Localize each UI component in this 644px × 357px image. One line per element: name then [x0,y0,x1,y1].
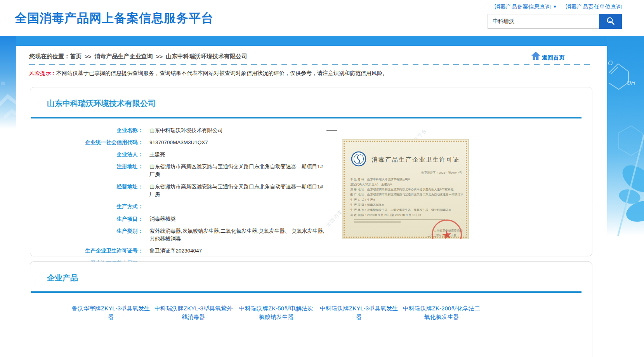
seal-star-icon: ★ [441,227,453,239]
svg-text:OH: OH [627,79,635,86]
certificate-line: 注 册 地 址：山东省潍坊高新区玉清东街以北中心次干道以西高新大厦902室科苑 [350,187,463,192]
field-row: 生产项目： 消毒器械类 [30,213,592,225]
products-card-title: 企业产品 [47,273,592,283]
field-row: 企业法人： 王建亮 [30,149,592,161]
dashed-divider [29,64,594,65]
banner-left-decoration [0,36,16,129]
field-label: 生产项目： [30,215,143,223]
product-link[interactable]: 中科瑞沃牌ZK-200型化学法二氧化氯发生器 [402,304,481,321]
certificate-line: 有 效 期 限：2023 年 9 月 20 日至 2027 年 9 月 19 日… [350,212,463,218]
banner-right-strip: O OH [607,36,644,236]
field-value: 紫外线消毒器,次氯酸钠发生器,二氧化氯发生器,臭氧发生器、 臭氧水发生器,其他器… [149,227,327,243]
nav-responsible-unit-query-label: 消毒产品责任单位查询 [566,3,622,10]
field-label: 注册地址： [30,163,143,179]
certificate-body: 消毒产品生产企业卫生许可证 鲁卫消证字（2023）第04047号 单 位 名 称… [342,139,469,239]
certificate-line: 生 产 地 址：山东省潍坊市高新区潍安路与宝通街交叉路口东北角自动变速器一期项目… [350,192,463,197]
search-bar [488,14,622,29]
certificate-line: 生 产 类 别：次氯酸钠发生器、二氧化氯发生器、臭氧发生器、紫外线消毒器※ [350,207,463,212]
certificate-top-dash [326,130,337,131]
top-nav: 消毒产品备案信息查询 ▼ 消毒产品责任单位查询 [482,3,622,10]
certificate-emblem-icon [351,151,366,168]
top-header: 全国消毒产品网上备案信息服务平台 消毒产品备案信息查询 ▼ 消毒产品责任单位查询 [0,0,644,36]
company-card-divider [31,117,582,118]
nav-record-info-query-label: 消毒产品备案信息查询 [495,3,551,10]
nav-responsible-unit-query[interactable]: 消毒产品责任单位查询 [566,3,622,10]
product-link[interactable]: 中科瑞沃牌ZKYL-3型臭氧紫外线消毒器 [154,304,233,321]
field-label: 生产类别： [30,227,143,243]
back-home-label: 返回首页 [542,54,564,61]
field-row: 生产方式： [30,201,592,213]
company-card: 山东中科瑞沃环境技术有限公司 企业名称： 山东中科瑞沃环境技术有限公司 企业统一… [30,87,592,256]
certificate-line: 生 产 项 目：消毒器械类※ [350,202,463,207]
field-label: 企业法人： [30,151,143,158]
certificate-red-seal: ★ [432,219,462,239]
field-value: 山东中科瑞沃环境技术有限公司 [149,127,223,134]
certificate-title: 消毒产品生产企业卫生许可证 [371,156,460,164]
field-label: 生产企业卫生许可证号： [30,247,143,255]
product-link[interactable]: 中科瑞沃牌ZK-50型电解法次氯酸钠发生器 [236,304,316,321]
product-link[interactable]: 鲁沃华宇牌ZKYL-3型臭氧发生器 [71,304,151,321]
certificate-lines: 单 位 名 称：山东中科瑞沃环境技术有限公司※ 法定代表人(或负责人)：王建亮※… [350,177,463,218]
breadcrumb-category-link[interactable]: 消毒产品生产企业查询 [95,53,153,60]
risk-warning: 风险提示：本网站仅基于已掌握的信息提供查询服务，查询结果不代表本网站对被查询对象… [29,70,594,77]
field-value: 山东省潍坊市高新区潍安路与宝通街交叉路口东北角自动变速器一期项目1#厂房 [149,183,327,199]
breadcrumb-separator: >> [156,53,163,60]
certificate-fine-print [354,221,401,223]
field-value: 91370700MA3M3U1QX7 [149,139,208,146]
field-value: 王建亮 [149,151,165,158]
certificate-header: 消毒产品生产企业卫生许可证 [351,151,462,168]
field-row: 企业统一社会信用代码： 91370700MA3M3U1QX7 [30,136,592,148]
products-card: 企业产品 鲁沃华宇牌ZKYL-3型臭氧发生器 中科瑞沃牌ZKYL-3型臭氧紫外线… [30,261,592,357]
home-icon [531,51,541,61]
content-panel: 您现在的位置： 首页 >> 消毒产品生产企业查询 >> 山东中科瑞沃环境技术有限… [16,46,607,357]
search-input[interactable] [488,14,599,29]
field-row: 生产企业卫生许可证号： 鲁卫消证字202304047 [30,245,592,257]
field-row: 经营地址： 山东省潍坊市高新区潍安路与宝通街交叉路口东北角自动变速器一期项目1#… [30,181,592,201]
certificate-line: 单 位 名 称：山东中科瑞沃环境技术有限公司※ [350,177,463,182]
svg-text:O: O [608,60,613,66]
product-link[interactable]: 中科瑞沃牌ZKYL-3型臭氧发生器 [319,304,399,321]
molecule-flower-decoration: O OH [607,36,644,236]
field-label: 经营地址： [30,183,143,199]
breadcrumb-prefix: 您现在的位置： [29,53,70,60]
chevron-down-icon: ▼ [553,5,557,9]
field-label: 企业名称： [30,127,143,134]
certificate-number: 鲁卫消证字（2023）第04047号 [342,171,462,175]
breadcrumb: 您现在的位置： 首页 >> 消毒产品生产企业查询 >> 山东中科瑞沃环境技术有限… [16,46,607,60]
company-card-title: 山东中科瑞沃环境技术有限公司 [47,98,592,109]
search-icon [606,16,615,27]
breadcrumb-home-link[interactable]: 首页 [70,53,82,60]
field-row: 生产类别： 紫外线消毒器,次氯酸钠发生器,二氧化氯发生器,臭氧发生器、 臭氧水发… [30,225,592,245]
search-button[interactable] [599,14,622,29]
risk-warning-label: 风险提示： [29,70,56,76]
field-value: 消毒器械类 [149,215,176,223]
breadcrumb-separator: >> [85,53,92,60]
license-certificate-image[interactable]: 全国消毒产品网上备案信息服务平台 全国消毒产品网上备案信息服务平台 全国消毒产品… [325,130,470,239]
field-label: 生产方式： [30,203,143,211]
header-right: 消毒产品备案信息查询 ▼ 消毒产品责任单位查询 [482,3,622,29]
field-value: 鲁卫消证字202304047 [149,247,202,255]
products-list: 鲁沃华宇牌ZKYL-3型臭氧发生器 中科瑞沃牌ZKYL-3型臭氧紫外线消毒器 中… [30,293,592,333]
field-value: 山东省潍坊市高新区潍安路与宝通街交叉路口东北角自动变速器一期项目1#厂房 [149,163,327,179]
certificate-fine-print [354,219,445,220]
risk-warning-text: 本网站仅基于已掌握的信息提供查询服务，查询结果不代表本网站对被查询对象信用状况的… [56,70,388,76]
certificate-line: 生 产 方 式：生产※ [350,197,463,202]
site-title: 全国消毒产品网上备案信息服务平台 [15,10,214,26]
breadcrumb-current: 山东中科瑞沃环境技术有限公司 [166,53,247,60]
field-label: 企业统一社会信用代码： [30,139,143,146]
company-fields: 企业名称： 山东中科瑞沃环境技术有限公司 企业统一社会信用代码： 9137070… [30,124,592,269]
back-home-link[interactable]: 返回首页 [531,51,564,61]
banner-left-strip [0,36,16,129]
field-row: 注册地址： 山东省潍坊市高新区潍安路与宝通街交叉路口东北角自动变速器一期项目1#… [30,161,592,181]
certificate-line: 法定代表人(或负责人)：王建亮※ [350,182,463,187]
field-row: 企业名称： 山东中科瑞沃环境技术有限公司 [30,124,592,136]
banner-band [0,36,644,46]
nav-record-info-query[interactable]: 消毒产品备案信息查询 ▼ [495,3,557,10]
